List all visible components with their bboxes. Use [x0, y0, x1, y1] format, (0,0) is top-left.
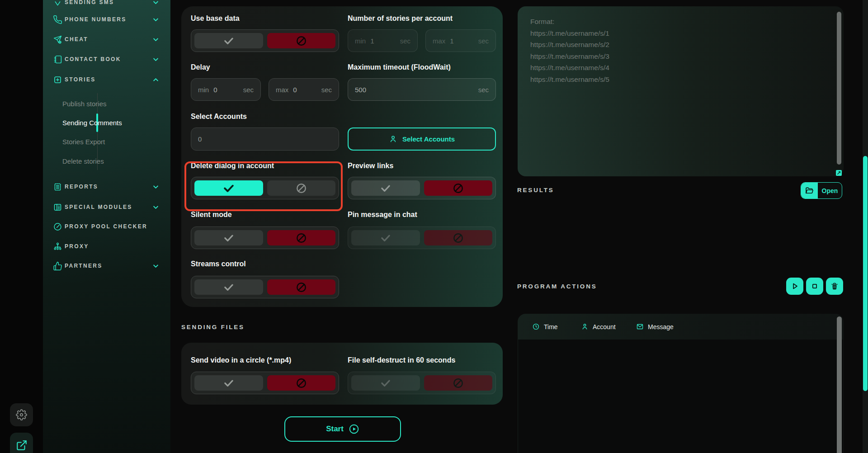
ban-icon	[295, 232, 307, 244]
check-icon	[380, 182, 392, 194]
section-heading: SENDING FILES	[181, 324, 245, 330]
column-header-account[interactable]: Account	[581, 323, 616, 330]
person-icon	[581, 323, 589, 330]
field-label: Maximum timeout (FloodWait)	[348, 63, 451, 71]
run-actions-button[interactable]	[786, 278, 803, 295]
toggle-yes-option[interactable]	[194, 33, 263, 48]
gauge-icon	[53, 222, 62, 231]
sidebar-item-sending-comments[interactable]: Sending Comments	[43, 117, 170, 128]
format-placeholder: Format: https://t.me/username/s/1 https:…	[530, 16, 609, 85]
table-scrollbar[interactable]	[837, 316, 842, 453]
use-base-data-toggle	[191, 29, 339, 52]
sidebar: SENDING SMS PHONE NUMBERS CHEAT CONTACT …	[43, 0, 170, 453]
check-icon	[223, 232, 235, 244]
sidebar-item-reports[interactable]: REPORTS	[43, 182, 170, 192]
resize-handle[interactable]	[836, 170, 842, 176]
toggle-no-option[interactable]	[424, 375, 493, 391]
sidebar-item-sending-sms[interactable]: SENDING SMS	[43, 0, 170, 7]
thumbs-up-icon	[53, 261, 62, 271]
field-label: Preview links	[348, 162, 393, 170]
trash-icon	[830, 282, 839, 291]
toggle-yes-option[interactable]	[194, 180, 263, 196]
ban-icon	[295, 182, 307, 194]
field-label: Delay	[191, 63, 210, 71]
field-label: Streams control	[191, 260, 246, 268]
settings-card: Use base data Number of stories per acco…	[181, 6, 503, 307]
field-label: Delete dialog in account	[191, 162, 274, 170]
accounts-count-input[interactable]: 0	[191, 127, 339, 151]
toggle-no-option[interactable]	[424, 230, 493, 245]
preview-links-toggle	[348, 177, 496, 199]
toggle-yes-option[interactable]	[194, 375, 263, 391]
toggle-no-option[interactable]	[267, 33, 336, 48]
silent-mode-toggle	[191, 226, 339, 249]
stories-min-input[interactable]: min 1 sec	[348, 29, 418, 52]
ban-icon	[452, 182, 464, 194]
toggle-no-option[interactable]	[267, 230, 336, 245]
chevron-down-icon	[151, 0, 160, 7]
sidebar-item-cheat[interactable]: CHEAT	[43, 34, 170, 44]
toggle-no-option[interactable]	[267, 279, 336, 295]
stories-max-input[interactable]: max 1 sec	[425, 29, 496, 52]
stop-actions-button[interactable]	[806, 278, 823, 295]
chevron-down-icon	[151, 15, 160, 24]
ban-icon	[452, 232, 464, 244]
file-self-destruct-toggle	[348, 372, 496, 394]
gear-icon	[16, 409, 27, 420]
folder-icon	[801, 183, 818, 198]
check-icon	[223, 377, 235, 389]
check-icon	[222, 182, 235, 194]
contact-book-icon	[53, 55, 62, 64]
envelope-icon	[636, 323, 644, 330]
sidebar-item-stories[interactable]: STORIES	[43, 75, 170, 85]
clear-actions-button[interactable]	[826, 278, 843, 295]
sidebar-item-partners[interactable]: PARTNERS	[43, 261, 170, 271]
toggle-no-option[interactable]	[424, 180, 493, 196]
stories-plus-icon	[53, 75, 62, 85]
textarea-scrollbar[interactable]	[837, 12, 841, 165]
toggle-yes-option[interactable]	[194, 279, 263, 295]
ban-icon	[295, 281, 307, 293]
field-label: Number of stories per account	[348, 14, 453, 23]
network-icon	[53, 242, 62, 251]
sidebar-item-proxy-pool-checker[interactable]: PROXY POOL CHECKER	[43, 222, 170, 231]
sidebar-item-special-modules[interactable]: SPECIAL MODULES	[43, 202, 170, 212]
sidebar-item-publish-stories[interactable]: Publish stories	[43, 98, 170, 109]
column-header-time[interactable]: Time	[532, 323, 558, 330]
delay-max-input[interactable]: max 0 sec	[269, 78, 339, 101]
clock-icon	[532, 323, 540, 330]
sidebar-item-stories-export[interactable]: Stories Export	[43, 136, 170, 147]
reports-icon	[53, 182, 62, 192]
settings-button[interactable]	[10, 403, 33, 426]
select-accounts-button[interactable]: Select Accounts	[348, 127, 496, 151]
toggle-yes-option[interactable]	[351, 230, 420, 245]
table-body	[518, 340, 843, 453]
person-icon	[389, 135, 397, 143]
toggle-yes-option[interactable]	[194, 230, 263, 245]
external-link-button[interactable]	[10, 433, 33, 453]
links-textarea[interactable]: Format: https://t.me/username/s/1 https:…	[518, 6, 844, 176]
send-sms-icon	[53, 0, 62, 7]
field-label: File self-destruct in 60 seconds	[348, 356, 455, 364]
chevron-up-icon	[151, 76, 160, 84]
sidebar-item-proxy[interactable]: PROXY	[43, 241, 170, 251]
open-results-button[interactable]: Open	[801, 182, 842, 199]
toggle-yes-option[interactable]	[351, 375, 420, 391]
table-header: Time Account Message	[518, 314, 844, 340]
field-label: Pin message in chat	[348, 211, 417, 219]
sidebar-item-contact-book[interactable]: CONTACT BOOK	[43, 54, 170, 64]
toggle-no-option[interactable]	[267, 180, 336, 196]
column-header-message[interactable]: Message	[636, 323, 674, 330]
delay-min-input[interactable]: min 0 sec	[191, 78, 261, 101]
floodwait-input[interactable]: 500 sec	[348, 78, 496, 101]
toggle-yes-option[interactable]	[351, 180, 420, 196]
start-button[interactable]: Start	[284, 416, 401, 442]
chevron-down-icon	[151, 35, 160, 44]
toggle-no-option[interactable]	[267, 375, 336, 391]
field-label: Silent mode	[191, 211, 232, 219]
stop-icon	[810, 282, 819, 291]
sidebar-item-delete-stories[interactable]: Delete stories	[43, 156, 170, 166]
sidebar-item-phone-numbers[interactable]: PHONE NUMBERS	[43, 14, 170, 24]
page-scrollbar-thumb[interactable]	[863, 156, 868, 391]
send-video-circle-toggle	[191, 372, 339, 394]
